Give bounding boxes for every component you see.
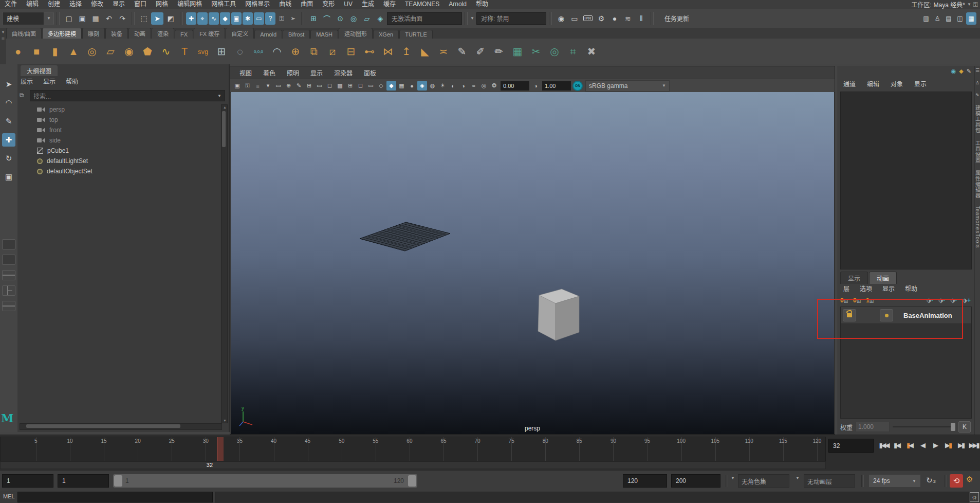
- chevron-down-icon[interactable]: ▼: [967, 2, 971, 7]
- select-object-icon[interactable]: ➤: [151, 12, 163, 25]
- target-weld-icon[interactable]: ◎: [546, 42, 563, 61]
- select-all-mask-icon[interactable]: ✚: [186, 12, 196, 25]
- extract-icon[interactable]: ⊟: [342, 42, 360, 61]
- sweep-mesh-icon[interactable]: ∿: [157, 42, 175, 61]
- gate-mask-icon[interactable]: ▩: [335, 81, 345, 91]
- outliner-item-pCube1[interactable]: pCube1: [17, 146, 222, 156]
- multi-cut-icon[interactable]: ✂: [527, 42, 545, 61]
- layout-horizontal-split[interactable]: [2, 301, 15, 311]
- camera-attributes-icon[interactable]: ≡: [253, 81, 263, 91]
- render-current-frame-icon[interactable]: ▭: [568, 12, 581, 25]
- layer-lock-button[interactable]: [843, 309, 856, 321]
- panel-layout-icon[interactable]: ◫: [955, 12, 965, 25]
- menu-item-11[interactable]: 曲线: [274, 0, 296, 9]
- layer-editor-menu-0[interactable]: 层: [843, 284, 849, 293]
- select-joints-mask-icon[interactable]: ⌖: [197, 12, 208, 25]
- shelf-tab-11[interactable]: MASH: [310, 30, 338, 39]
- move-layer-up-icon[interactable]: ⬗·: [927, 297, 933, 304]
- shelf-tab-6[interactable]: FX: [175, 30, 193, 39]
- layer-editor-menu-1[interactable]: 选项: [860, 284, 872, 293]
- shelf-tab-2[interactable]: 雕刻: [82, 28, 105, 39]
- layer-editor-tab-1[interactable]: 动画: [869, 272, 897, 284]
- outliner-menu-0[interactable]: 展示: [21, 77, 33, 85]
- symmetry-field[interactable]: 对称: 禁用: [476, 12, 546, 25]
- weight-value-field[interactable]: 1.000: [856, 422, 890, 432]
- playback-loop-icon[interactable]: ↻①: [926, 476, 936, 485]
- character-set-selector[interactable]: 无角色集: [738, 474, 789, 488]
- menu-item-14[interactable]: UV: [339, 0, 357, 9]
- reset-origin-icon[interactable]: 0,0,0: [250, 42, 267, 61]
- play-backward-button[interactable]: ◀: [916, 437, 928, 453]
- pause-viewport-icon[interactable]: ‖: [635, 12, 648, 25]
- outliner-menu-1[interactable]: 显示: [43, 77, 56, 85]
- viewport-menu-2[interactable]: 照明: [282, 68, 304, 77]
- fps-selector[interactable]: 24 fps ▼: [868, 474, 921, 488]
- polygon-type-icon[interactable]: T: [176, 42, 193, 61]
- sidebar-tab-1[interactable]: 工具设置: [974, 140, 980, 163]
- menu-item-13[interactable]: 变形: [318, 0, 339, 9]
- smooth-mesh-icon[interactable]: ◠: [268, 42, 286, 61]
- workspace-outliner-icon[interactable]: ▥: [921, 12, 931, 25]
- image-plane-icon[interactable]: ▭: [273, 81, 283, 91]
- vertical-scrollbar[interactable]: ▲ ▼: [221, 104, 228, 423]
- grid-icon[interactable]: ⊞: [304, 81, 314, 91]
- shelf-tab-5[interactable]: 渲染: [152, 28, 174, 39]
- menu-set-selector[interactable]: 建模 ▼: [2, 12, 54, 25]
- scroll-up-icon[interactable]: ▲: [223, 105, 227, 109]
- filter-icon[interactable]: ⧉: [20, 92, 28, 100]
- step-back-frame-button[interactable]: ▮◀: [891, 437, 902, 453]
- exposure-field[interactable]: 0.00: [501, 81, 529, 91]
- animation-end-field[interactable]: 200: [671, 474, 720, 488]
- show-modeling-toolkit-icon[interactable]: ⊞: [213, 42, 230, 61]
- time-ruler[interactable]: 5101520253035404550556065707580859095100…: [0, 437, 826, 461]
- chevron-down-icon[interactable]: ▼: [44, 12, 53, 25]
- select-deformers-mask-icon[interactable]: ▣: [231, 12, 242, 25]
- person-icon[interactable]: ♙: [975, 80, 979, 85]
- platonic-solid-icon[interactable]: ⬟: [139, 42, 156, 61]
- polygon-disc-icon[interactable]: ◉: [120, 42, 138, 61]
- viewport-menu-4[interactable]: 渲染器: [329, 68, 358, 77]
- pencil-icon[interactable]: ✎: [975, 93, 979, 98]
- current-time-field[interactable]: 32: [828, 439, 874, 453]
- key-icon[interactable]: ◆: [959, 68, 963, 75]
- menu-item-7[interactable]: 网格: [151, 0, 173, 9]
- step-forward-frame-button[interactable]: ▶▮: [955, 437, 967, 453]
- symmetry-off-icon[interactable]: ✖: [583, 42, 600, 61]
- parent-icon[interactable]: ⊷: [361, 42, 378, 61]
- ipr-render-icon[interactable]: IPR: [582, 12, 594, 25]
- range-slider[interactable]: 1 120: [113, 474, 417, 488]
- channel-box-menu-1[interactable]: 编辑: [867, 79, 879, 88]
- make-live-icon[interactable]: ◈: [374, 12, 386, 25]
- menu-item-16[interactable]: 缓存: [379, 0, 400, 9]
- layer-editor-menu-2[interactable]: 显示: [882, 284, 895, 293]
- shelf-tab-14[interactable]: TURTLE: [399, 30, 433, 39]
- go-to-start-button[interactable]: ▮◀◀: [878, 437, 890, 453]
- safe-title-icon[interactable]: ▭: [366, 81, 376, 91]
- polygon-cylinder-icon[interactable]: ▮: [46, 42, 64, 61]
- paint-select-tool-icon[interactable]: ✎: [2, 115, 15, 128]
- menu-item-15[interactable]: 生成: [357, 0, 379, 9]
- select-camera-icon[interactable]: ▣: [232, 81, 242, 91]
- layer-editor-menu-3[interactable]: 帮助: [905, 284, 917, 293]
- channel-layout-icon[interactable]: ▤: [944, 12, 954, 25]
- shelf-tab-9[interactable]: Arnold: [254, 30, 282, 39]
- add-objects-to-layer-icon[interactable]: ⬗·: [951, 297, 957, 304]
- menu-item-10[interactable]: 网格显示: [241, 0, 274, 9]
- layout-four-pane[interactable]: [2, 270, 15, 280]
- highlight-selection-icon[interactable]: ➣: [288, 12, 298, 25]
- sidebar-tab-0[interactable]: 建模工具包: [974, 105, 980, 133]
- smooth-shade-icon[interactable]: ◆: [386, 81, 396, 91]
- 2d-pan-zoom-icon[interactable]: ⊕: [284, 81, 293, 91]
- menu-item-5[interactable]: 显示: [108, 0, 130, 9]
- chevron-down-icon[interactable]: ▼: [470, 16, 474, 21]
- weight-slider-handle[interactable]: [951, 423, 955, 431]
- poly-plane-mesh[interactable]: [359, 222, 451, 252]
- auto-keyframe-toggle[interactable]: ⟲: [950, 474, 963, 488]
- hypershade-icon[interactable]: ●: [608, 12, 621, 25]
- snap-view-plane-icon[interactable]: ▱: [361, 12, 373, 25]
- anti-aliasing-icon[interactable]: ≈: [469, 81, 478, 91]
- command-input[interactable]: [17, 492, 213, 502]
- wireframe-on-shaded-icon[interactable]: ◈: [417, 81, 427, 91]
- channel-box-menu-2[interactable]: 对象: [891, 79, 903, 88]
- polygon-plane-icon[interactable]: ▱: [102, 42, 119, 61]
